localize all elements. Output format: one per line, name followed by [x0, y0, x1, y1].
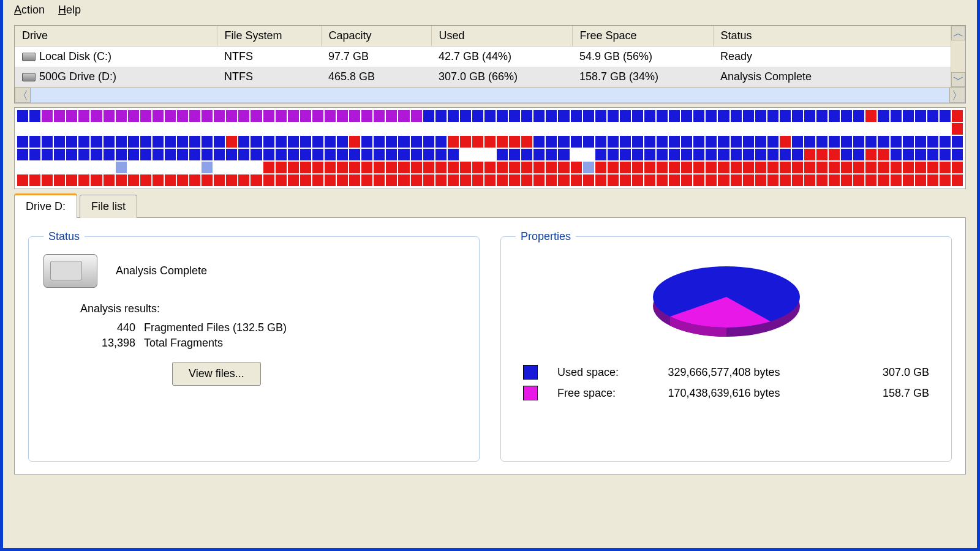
horizontal-scrollbar[interactable]: 〈 〉	[15, 87, 965, 103]
map-cell	[300, 162, 311, 173]
map-cell	[116, 174, 127, 186]
col-capacity[interactable]: Capacity	[321, 26, 431, 47]
map-cell	[140, 174, 151, 186]
map-cell	[829, 110, 840, 122]
map-cell	[484, 123, 496, 135]
view-files-button[interactable]: View files...	[172, 362, 261, 386]
map-cell	[755, 162, 766, 173]
tab-bar: Drive D: File list	[14, 193, 966, 217]
col-filesystem[interactable]: File System	[217, 26, 321, 47]
map-cell	[91, 174, 102, 186]
status-legend: Status	[43, 230, 85, 243]
map-cell	[128, 123, 139, 135]
map-cell	[657, 136, 668, 148]
map-cell	[841, 123, 852, 135]
map-cell	[743, 136, 754, 148]
map-cell	[780, 123, 791, 135]
map-cell	[91, 123, 102, 135]
properties-group: Properties Used space: 329,666,577,408 b…	[500, 230, 952, 462]
map-cell	[952, 174, 963, 186]
scroll-down-icon[interactable]: ﹀	[951, 72, 965, 87]
map-cell	[595, 174, 606, 186]
map-cell	[386, 162, 397, 173]
map-cell	[153, 136, 164, 148]
map-cell	[558, 174, 569, 186]
map-cell	[780, 149, 791, 160]
drive-row-d[interactable]: 500G Drive (D:) NTFS 465.8 GB 307.0 GB (…	[15, 67, 965, 87]
map-cell	[743, 123, 754, 135]
map-cell	[509, 136, 520, 148]
map-cell	[202, 110, 213, 122]
map-cell	[374, 136, 385, 148]
map-cell	[558, 123, 569, 135]
map-cell	[116, 149, 127, 160]
map-cell	[780, 174, 791, 186]
map-cell	[300, 174, 311, 186]
map-cell	[657, 162, 668, 173]
map-cell	[214, 123, 225, 135]
map-cell	[140, 110, 151, 122]
free-space-gb: 158.7 GB	[848, 383, 935, 403]
map-cell	[669, 149, 680, 160]
map-cell	[853, 123, 864, 135]
map-cell	[361, 123, 372, 135]
map-cell	[706, 123, 717, 135]
map-cell	[521, 136, 532, 148]
map-cell	[374, 149, 385, 160]
scroll-up-icon[interactable]: ︿	[951, 26, 965, 40]
map-cell	[583, 123, 594, 135]
map-cell	[337, 174, 348, 186]
drive-row-c[interactable]: Local Disk (C:) NTFS 97.7 GB 42.7 GB (44…	[15, 47, 965, 67]
map-cell	[337, 136, 348, 148]
map-cell	[853, 149, 864, 160]
tab-drive-d[interactable]: Drive D:	[14, 193, 77, 218]
map-cell	[78, 174, 89, 186]
drive-table[interactable]: Drive File System Capacity Used Free Spa…	[15, 26, 965, 87]
map-cell	[300, 136, 311, 148]
map-cell	[620, 174, 631, 186]
map-cell	[878, 149, 889, 160]
map-cell	[226, 174, 237, 186]
map-cell	[484, 162, 496, 173]
map-cell	[620, 136, 631, 148]
map-cell	[521, 149, 532, 160]
map-cell	[91, 149, 102, 160]
map-cell	[829, 174, 840, 186]
col-drive[interactable]: Drive	[15, 26, 217, 47]
used-swatch-icon	[523, 365, 538, 380]
map-cell	[816, 110, 827, 122]
map-cell	[497, 162, 508, 173]
col-status[interactable]: Status	[713, 26, 965, 47]
map-cell	[300, 149, 311, 160]
menu-help[interactable]: Help	[58, 4, 81, 17]
map-cell	[140, 162, 151, 173]
scroll-left-icon[interactable]: 〈	[15, 88, 31, 103]
scroll-track[interactable]	[31, 88, 949, 103]
map-cell	[533, 123, 545, 135]
map-cell	[915, 110, 926, 122]
vertical-scrollbar[interactable]: ︿ ﹀	[951, 26, 965, 87]
map-cell	[853, 162, 864, 173]
map-cell	[78, 149, 89, 160]
col-freespace[interactable]: Free Space	[572, 26, 713, 47]
map-cell	[903, 149, 914, 160]
menu-action[interactable]: Action	[14, 4, 45, 17]
map-cell	[693, 174, 704, 186]
map-cell	[66, 123, 77, 135]
map-cell	[78, 110, 89, 122]
map-cell	[583, 149, 594, 160]
map-cell	[571, 136, 582, 148]
map-cell	[865, 110, 876, 122]
map-cell	[66, 110, 77, 122]
map-cell	[755, 136, 766, 148]
map-cell	[116, 110, 127, 122]
col-used[interactable]: Used	[431, 26, 572, 47]
map-cell	[940, 162, 951, 173]
map-cell	[632, 123, 643, 135]
map-cell	[792, 136, 803, 148]
scroll-right-icon[interactable]: 〉	[949, 88, 965, 103]
drive-list-panel: Drive File System Capacity Used Free Spa…	[14, 25, 966, 103]
map-cell	[325, 162, 336, 173]
fragmented-label: Fragmented Files (132.5 GB)	[144, 321, 287, 334]
tab-file-list[interactable]: File list	[80, 195, 137, 218]
